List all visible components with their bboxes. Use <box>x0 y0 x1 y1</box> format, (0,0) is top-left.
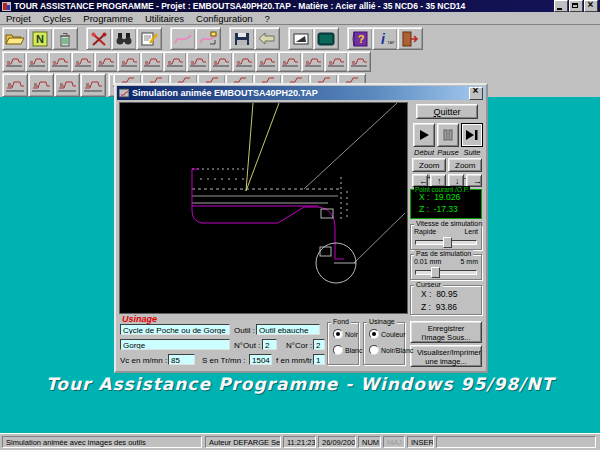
usinage-mode-group: Usinage Couleur Noir/Blanc <box>363 322 405 365</box>
vitesse-slider-thumb[interactable] <box>443 237 452 248</box>
cycle-percage-icon[interactable] <box>2 73 28 97</box>
nout-field[interactable]: 2 <box>262 339 277 350</box>
fond-title: Fond <box>331 318 351 325</box>
ncor-field[interactable]: 2 <box>313 339 325 350</box>
tools-icon[interactable] <box>86 27 112 50</box>
status-num: NUM <box>358 436 381 448</box>
open-project-icon[interactable] <box>2 27 28 50</box>
save-image-button[interactable]: Enregistrer l'image Sous... <box>410 321 482 343</box>
cycle-field[interactable]: Cycle de Poche ou de Gorge <box>120 324 230 335</box>
quit-button[interactable]: Quitter <box>416 104 478 119</box>
view-print-image-button[interactable]: Visualiser/Imprimer une image... <box>410 345 482 367</box>
edit-program-icon[interactable] <box>136 27 162 50</box>
status-message: Simulation animée avec images des outils <box>2 436 202 448</box>
zoom-out-button[interactable]: Zoom - <box>448 158 482 172</box>
radio-icon[interactable] <box>369 345 379 355</box>
cycle-filetage-icon[interactable] <box>209 51 233 72</box>
profile-edit-icon[interactable] <box>195 27 221 50</box>
machine-contre-pointe-icon[interactable] <box>324 51 348 72</box>
radio-icon[interactable] <box>333 345 343 355</box>
point-courant-group: Point courant /O.P. X : 19.026 Z : -17.3… <box>410 189 482 219</box>
menu-configuration[interactable]: Configuration <box>190 13 259 24</box>
radio-icon[interactable] <box>369 329 379 339</box>
vitesse-group: Vitesse de simulation RapideLent <box>410 224 482 250</box>
machine-poupee-icon[interactable] <box>347 51 371 72</box>
vc-label: Vc en m/mn : <box>120 356 167 365</box>
vitesse-slider[interactable] <box>415 237 477 245</box>
menu-projet[interactable]: Projet <box>0 13 37 24</box>
pas-right-label: 5 mm <box>461 258 479 265</box>
svg-text:?: ? <box>358 33 365 45</box>
cycle-poche-icon[interactable] <box>186 51 210 72</box>
cycle-filetage-conique-icon[interactable] <box>232 51 256 72</box>
f-label: f en mm/tr : <box>276 356 316 365</box>
cycle-conge-icon[interactable] <box>278 51 302 72</box>
dialog-titlebar[interactable]: Simulation animée EMBOUTSA40PH20.TAP <box>117 86 485 100</box>
cycle-frontal-icon[interactable] <box>2 51 26 72</box>
pause-label: Pause <box>437 148 459 157</box>
undo-icon[interactable] <box>254 27 280 50</box>
cycle-gorges-multiples-icon[interactable] <box>163 51 187 72</box>
pas-slider[interactable] <box>415 267 477 275</box>
pause-button[interactable] <box>437 123 459 147</box>
search-icon[interactable] <box>111 27 137 50</box>
s-field[interactable]: 1504 <box>249 354 272 365</box>
dialog-icon <box>119 88 129 98</box>
cycle-epaulement-icon[interactable] <box>94 51 118 72</box>
svg-text:i: i <box>381 31 386 47</box>
cycle-gorge-icon[interactable] <box>140 51 164 72</box>
info-tap-icon[interactable]: iTAP <box>372 27 398 50</box>
menu-cycles[interactable]: Cycles <box>37 13 78 24</box>
minimize-button[interactable] <box>554 0 568 12</box>
delete-project-icon[interactable] <box>52 27 78 50</box>
f-field[interactable]: 1 <box>313 354 325 365</box>
cycle-chanfrein-icon[interactable] <box>255 51 279 72</box>
save-icon[interactable] <box>229 27 255 50</box>
screen-icon[interactable] <box>313 27 339 50</box>
ncor-label: N°Cor : <box>286 341 312 350</box>
cycle-dressage-icon[interactable] <box>71 51 95 72</box>
curseur-group: Curseur X : 80.95 Z : 93.86 <box>410 285 482 315</box>
pas-slider-thumb[interactable] <box>431 267 440 278</box>
zoom-in-button[interactable]: Zoom + <box>412 158 446 172</box>
menu-utilitaires[interactable]: Utilitaires <box>139 13 190 24</box>
cycle-copiage-icon[interactable] <box>117 51 141 72</box>
app-banner: Tour Assistance Programme - Windows 95/9… <box>0 374 600 394</box>
usinage-couleur-option[interactable]: Couleur <box>367 329 404 339</box>
vc-field[interactable]: 85 <box>168 354 195 365</box>
point-courant-x: X : 19.026 <box>419 193 481 202</box>
cycle-tronconnage-3d-icon[interactable] <box>301 51 325 72</box>
gorge-field[interactable]: Gorge <box>120 339 230 350</box>
cycle-chariotage-icon[interactable] <box>25 51 49 72</box>
play-start-button[interactable] <box>413 123 435 147</box>
radio-icon[interactable] <box>333 329 343 339</box>
svg-text:TAP: TAP <box>387 40 395 45</box>
outil-field[interactable]: Outil ebauche <box>256 324 320 335</box>
dialog-close-icon[interactable] <box>469 87 483 100</box>
cycle-taraudage-icon[interactable] <box>54 73 80 97</box>
window-title: TOUR ASSISTANCE PROGRAMME - Projet : EMB… <box>14 1 553 11</box>
plot-preview-icon[interactable] <box>288 27 314 50</box>
new-project-icon[interactable]: N <box>27 27 53 50</box>
help-icon[interactable]: ? <box>347 27 373 50</box>
menu-programme[interactable]: Programme <box>77 13 139 24</box>
play-next-button[interactable] <box>461 123 483 147</box>
exit-icon[interactable] <box>397 27 423 50</box>
cycle-alesage-icon[interactable] <box>28 73 54 97</box>
fond-noir-option[interactable]: Noir <box>331 329 358 339</box>
cycle-combine-icon[interactable] <box>48 51 72 72</box>
profile-curve-icon[interactable] <box>170 27 196 50</box>
svg-text:N: N <box>36 33 44 45</box>
usinage-noirblanc-option[interactable]: Noir/Blanc <box>367 345 404 355</box>
usinage-label: Usinage <box>122 314 157 324</box>
s-label: S en Tr/mn : <box>202 356 246 365</box>
vitesse-title: Vitesse de simulation <box>414 220 484 227</box>
fond-blanc-option[interactable]: Blanc <box>331 345 358 355</box>
pas-left-label: 0.01 mm <box>414 258 441 265</box>
maximize-button[interactable] <box>569 0 583 12</box>
next-label: Suite <box>461 148 483 157</box>
status-maj: MAJ <box>383 436 405 448</box>
menu-help[interactable]: ? <box>259 13 276 24</box>
close-button[interactable] <box>584 0 598 12</box>
cycle-defoncage-icon[interactable] <box>80 73 106 97</box>
